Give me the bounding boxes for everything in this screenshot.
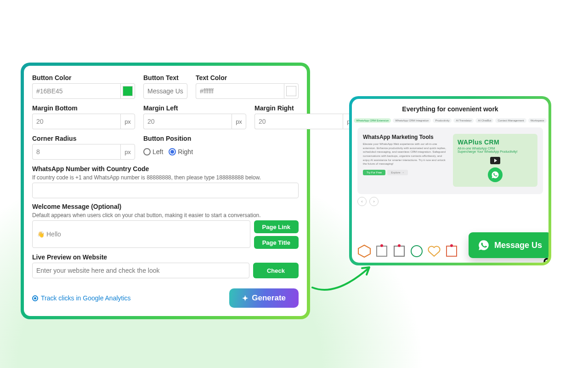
widget-form-card: Button Color Button Text Text Color <box>21 63 310 319</box>
badge-5 <box>427 244 441 258</box>
sparkle-icon: ✦ <box>242 294 248 303</box>
textarea-welcome-message[interactable]: 👋Hello <box>32 220 250 248</box>
prev-arrow[interactable]: ‹ <box>357 197 367 206</box>
field-welcome-message: Welcome Message (Optional) Default appea… <box>32 203 299 249</box>
preview-tags: WhatsApp CRM Extension WhatsApp CRM Inte… <box>357 118 543 123</box>
cursor-hand-icon <box>537 255 548 263</box>
tag-1[interactable]: WhatsApp CRM Integration <box>393 118 431 123</box>
svg-point-7 <box>450 244 453 247</box>
radio-label-left: Left <box>153 148 163 155</box>
field-button-position: Button Position Left Right <box>143 135 217 160</box>
svg-point-4 <box>398 244 401 247</box>
whatsapp-icon <box>478 239 490 251</box>
label-margin-bottom: Margin Bottom <box>32 104 135 112</box>
page-title-button[interactable]: Page Title <box>254 236 299 249</box>
track-clicks-radio-icon <box>32 295 38 301</box>
label-text-color: Text Color <box>196 74 299 81</box>
swatch-button-color[interactable] <box>120 83 135 99</box>
label-button-color: Button Color <box>32 74 135 81</box>
arrow-icon <box>308 260 381 297</box>
marketing-title: WhatsApp Marketing Tools <box>363 134 448 140</box>
explore-button[interactable]: Explore→ <box>387 170 408 175</box>
field-live-preview: Live Preview on Website Check <box>32 253 299 278</box>
label-welcome-message: Welcome Message (Optional) <box>32 203 299 210</box>
field-corner-radius: Corner Radius px <box>32 135 135 160</box>
preview-heading: Everything for convenient work <box>357 105 543 113</box>
input-button-text[interactable] <box>143 83 187 99</box>
page-link-button[interactable]: Page Link <box>254 220 299 233</box>
play-icon <box>490 157 500 164</box>
svg-point-5 <box>411 246 422 257</box>
input-corner-radius[interactable] <box>32 144 120 160</box>
video-panel[interactable]: WAPlus CRM All-in-one WhatsApp CRM Super… <box>453 134 537 187</box>
input-margin-right[interactable] <box>254 114 343 129</box>
check-button[interactable]: Check <box>253 263 299 278</box>
help-whatsapp-number: If country code is +1 and WhatsApp numbe… <box>32 174 299 181</box>
field-margin-bottom: Margin Bottom px <box>32 104 135 129</box>
try-free-button[interactable]: Try For Free <box>363 170 385 175</box>
tag-5[interactable]: Contact Management <box>495 118 526 123</box>
field-button-color: Button Color <box>32 74 135 99</box>
badge-1 <box>357 244 371 258</box>
tag-2[interactable]: Productivity <box>433 118 452 123</box>
unit-corner-radius: px <box>120 144 135 160</box>
tag-6[interactable]: Workspace <box>528 118 547 123</box>
field-whatsapp-number: WhatsApp Number with Country Code If cou… <box>32 165 299 198</box>
generate-button[interactable]: ✦ Generate <box>229 288 299 308</box>
field-margin-right: Margin Right px <box>254 104 357 129</box>
field-margin-left: Margin Left px <box>143 104 246 129</box>
field-text-color: Text Color <box>196 74 299 99</box>
message-us-label: Message Us <box>494 241 542 250</box>
badge-3 <box>392 244 406 258</box>
badge-row <box>357 244 458 258</box>
radio-position-right[interactable]: Right <box>169 148 193 155</box>
tag-4[interactable]: AI ChatBot <box>475 118 493 123</box>
generate-label: Generate <box>252 293 286 303</box>
panel-sub-2: Supercharge Your WhatsApp Productivity! <box>458 150 533 153</box>
help-welcome-message: Default appears when users click on your… <box>32 212 299 218</box>
input-whatsapp-number[interactable] <box>32 183 299 198</box>
whatsapp-circle-icon <box>488 167 503 182</box>
input-margin-left[interactable] <box>143 114 232 129</box>
marketing-desc: Elevate your WhatsApp Web experience wit… <box>363 142 448 166</box>
tag-3[interactable]: AI Translator <box>453 118 474 123</box>
input-live-preview[interactable] <box>32 263 249 278</box>
preview-card: Everything for convenient work WhatsApp … <box>349 96 551 265</box>
welcome-value: Hello <box>46 230 61 238</box>
svg-rect-6 <box>447 246 457 256</box>
radio-label-right: Right <box>178 148 193 155</box>
panel-title: WAPlus CRM <box>458 138 533 146</box>
svg-marker-0 <box>358 245 370 257</box>
track-clicks-label: Track clicks in Google Analytics <box>41 294 131 302</box>
label-margin-right: Margin Right <box>254 104 357 112</box>
message-us-button[interactable]: Message Us <box>469 232 548 258</box>
badge-2 <box>375 244 389 258</box>
svg-rect-3 <box>394 246 404 256</box>
svg-rect-1 <box>377 246 387 256</box>
label-corner-radius: Corner Radius <box>32 135 135 142</box>
label-button-position: Button Position <box>143 135 217 142</box>
arrow-right-icon: → <box>401 171 404 174</box>
track-clicks-toggle[interactable]: Track clicks in Google Analytics <box>32 294 131 302</box>
input-text-color[interactable] <box>196 83 284 99</box>
label-live-preview: Live Preview on Website <box>32 253 299 261</box>
marketing-pane: WhatsApp Marketing Tools Elevate your Wh… <box>357 127 543 194</box>
label-whatsapp-number: WhatsApp Number with Country Code <box>32 165 299 172</box>
unit-margin-bottom: px <box>120 114 135 129</box>
label-margin-left: Margin Left <box>143 104 246 112</box>
next-arrow[interactable]: › <box>369 197 379 206</box>
panel-sub-1: All-in-one WhatsApp CRM <box>458 147 533 150</box>
radio-position-left[interactable]: Left <box>143 148 163 155</box>
unit-margin-left: px <box>232 114 246 129</box>
label-button-text: Button Text <box>143 74 187 81</box>
badge-6 <box>445 244 458 258</box>
wave-icon: 👋 <box>37 231 45 238</box>
swatch-text-color[interactable] <box>284 83 299 99</box>
svg-point-2 <box>380 244 383 247</box>
badge-4 <box>410 244 424 258</box>
input-margin-bottom[interactable] <box>32 114 120 129</box>
tag-0[interactable]: WhatsApp CRM Extension <box>354 118 391 123</box>
field-button-text: Button Text <box>143 74 187 99</box>
input-button-color[interactable] <box>32 83 120 99</box>
